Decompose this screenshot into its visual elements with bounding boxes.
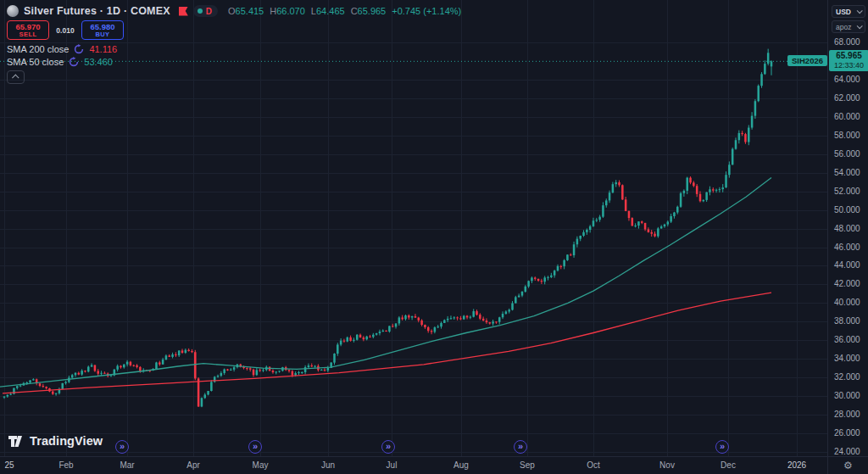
price-tick: 30.000 (834, 391, 860, 400)
time-tick: Jul (387, 460, 398, 470)
sma50-value: 53.460 (84, 57, 113, 67)
time-tick: Aug (453, 460, 469, 470)
price-tick: 54.000 (834, 168, 860, 177)
price-tick: 28.000 (834, 410, 860, 419)
low-value: 64.465 (316, 6, 345, 16)
time-tick: Oct (587, 460, 600, 470)
collapse-legend-button[interactable] (7, 70, 25, 84)
change-value: +0.745 (+1.14%) (392, 6, 461, 16)
rollover-marker-icon[interactable]: » (514, 440, 527, 454)
high-value: 66.070 (276, 6, 305, 16)
time-tick: Mar (120, 460, 134, 470)
rollover-marker-icon[interactable]: » (381, 440, 395, 454)
unit-selector[interactable]: apoz (832, 20, 865, 33)
price-tick: 32.000 (834, 372, 860, 382)
symbol-legend: Silver Futures · 1D · COMEX D O65.415 H6… (7, 5, 461, 17)
ohlc-readout: O65.415 H66.070 L64.465 C65.965 +0.745 (… (228, 6, 461, 16)
rollover-marker-icon[interactable]: » (115, 440, 129, 454)
trade-panel: 65.970 SELL 0.010 65.980 BUY (7, 20, 124, 40)
sell-price: 65.970 (15, 23, 40, 31)
time-tick: May (253, 460, 269, 470)
logo-text: TradingView (30, 434, 103, 448)
chevron-up-icon (12, 74, 19, 81)
time-tick: 2026 (787, 460, 806, 470)
bar-countdown: 12:33:40 (829, 61, 868, 70)
open-value: 65.415 (236, 6, 264, 16)
price-tick: 42.000 (834, 279, 860, 288)
buy-label: BUY (95, 31, 109, 38)
currency-label: USD (836, 8, 851, 16)
indicator-row-sma50[interactable]: SMA 50 close 53.460 (7, 57, 113, 67)
price-tick: 48.000 (834, 224, 860, 233)
contract-tag: SIH2026 (787, 55, 827, 66)
price-tick: 38.000 (834, 316, 860, 326)
interval-badge: D (206, 7, 212, 16)
price-tick: 52.000 (834, 187, 860, 196)
price-tick: 68.000 (834, 37, 860, 47)
chevron-down-icon (857, 8, 863, 14)
time-tick: Sep (520, 460, 535, 470)
interval-pill[interactable]: D (193, 5, 218, 17)
time-axis[interactable]: 25FebMarAprMayJunJulAugSepOctNovDec2026 (0, 456, 827, 474)
high-label: H (270, 6, 276, 16)
close-label: C (351, 6, 358, 16)
gear-icon: ⚙ (843, 460, 853, 471)
time-tick: Nov (659, 460, 675, 470)
rollover-marker-icon[interactable]: » (715, 440, 729, 454)
currency-selector[interactable]: USD (832, 5, 865, 18)
candlestick-chart (0, 0, 827, 456)
price-tick: 26.000 (834, 428, 860, 438)
chart-plot-area[interactable] (0, 0, 827, 456)
sma50-label: SMA 50 close (7, 57, 64, 67)
sell-label: SELL (19, 31, 37, 38)
price-tick: 24.000 (834, 447, 860, 456)
price-tick: 34.000 (834, 354, 860, 363)
indicator-row-sma200[interactable]: SMA 200 close 41.116 (7, 44, 117, 54)
time-tick: 25 (4, 460, 14, 470)
spread-value: 0.010 (54, 26, 76, 35)
chevron-down-icon (857, 23, 863, 29)
price-tick: 62.000 (834, 93, 860, 103)
price-axis[interactable]: USD apoz 65.965 12:33:40 68.00064.00062.… (827, 0, 868, 456)
price-tick: 56.000 (834, 149, 860, 159)
axis-settings-button[interactable]: ⚙ (827, 456, 868, 474)
price-tick: 44.000 (834, 260, 860, 270)
open-label: O (228, 6, 236, 16)
last-price-value: 65.965 (829, 51, 868, 61)
close-value: 65.965 (358, 6, 387, 16)
time-tick: Apr (186, 460, 200, 470)
time-tick: Dec (721, 460, 736, 470)
last-price-label: 65.965 12:33:40 (829, 50, 868, 71)
sma200-label: SMA 200 close (7, 44, 69, 54)
price-tick: 40.000 (834, 298, 860, 307)
tradingview-logo[interactable]: TradingView (8, 434, 103, 448)
price-tick: 36.000 (834, 335, 860, 344)
tradingview-chart-window: »»»»» Silver Futures · 1D · COMEX D O65.… (0, 0, 868, 474)
time-tick: Feb (58, 460, 73, 470)
sync-icon[interactable] (74, 44, 84, 54)
time-tick: Jun (321, 460, 335, 470)
price-tick: 64.000 (834, 75, 860, 84)
market-status-dot-icon (198, 8, 203, 14)
price-tick: 58.000 (834, 131, 860, 140)
buy-button[interactable]: 65.980 BUY (81, 20, 124, 40)
sell-button[interactable]: 65.970 SELL (7, 20, 49, 40)
flag-icon[interactable] (179, 7, 188, 16)
price-tick: 60.000 (834, 112, 860, 121)
sma200-value: 41.116 (89, 44, 117, 54)
rollover-marker-icon[interactable]: » (248, 440, 262, 454)
buy-price: 65.980 (90, 23, 114, 31)
symbol-title[interactable]: Silver Futures · 1D · COMEX (24, 5, 170, 17)
unit-label: apoz (836, 23, 851, 31)
price-tick: 50.000 (834, 205, 860, 215)
sync-icon[interactable] (69, 57, 79, 67)
price-tick: 46.000 (834, 243, 860, 252)
symbol-logo-icon (7, 5, 19, 17)
tradingview-mark-icon (8, 435, 25, 448)
